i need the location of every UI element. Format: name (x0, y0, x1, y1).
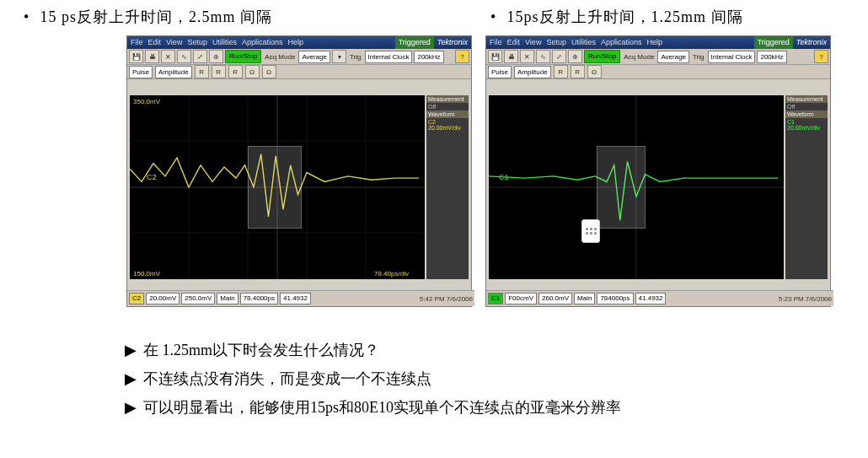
wave-icon[interactable]: ∿ (177, 50, 191, 63)
titlebar: File Edit View Setup Utilities Applicati… (127, 36, 471, 49)
channel-chip[interactable]: C1 (488, 293, 503, 304)
amp-select[interactable]: Amplitude (155, 66, 192, 78)
bullet-icon: • (24, 8, 35, 26)
menu-setup[interactable]: Setup (187, 36, 207, 49)
help-icon[interactable]: ? (814, 50, 828, 63)
meas-header: Measurement (785, 95, 828, 103)
meas-icon[interactable]: Ω (587, 65, 602, 78)
plot-right[interactable]: C1 (489, 95, 784, 279)
scope-left: File Edit View Setup Utilities Applicati… (126, 35, 472, 307)
zoom-icon[interactable]: ⤢ (193, 50, 207, 63)
meas-icon[interactable]: R (554, 65, 568, 78)
plot-left[interactable]: 350.0mV 150.0mV 78.40ps/div C2 (130, 95, 425, 279)
meas-icon[interactable]: Ω (262, 65, 276, 78)
meas-icon[interactable]: R (228, 65, 243, 78)
pulse-select[interactable]: Pulse (488, 66, 512, 78)
cursor-icon[interactable]: ⊕ (568, 50, 582, 63)
toolbar-2: Pulse Amplitude R R R Ω Ω (127, 65, 471, 79)
vdiv[interactable]: 20.00mV (146, 293, 179, 304)
rate-select[interactable]: 200kHz (757, 51, 786, 63)
menu-view[interactable]: View (525, 36, 541, 49)
menu-apps[interactable]: Applications (242, 36, 283, 49)
wave-icon[interactable]: ∿ (536, 50, 550, 63)
pos[interactable]: 784000ps (597, 293, 633, 304)
main-chip[interactable]: Main (217, 293, 238, 304)
scope-pair: File Edit View Setup Utilities Applicati… (126, 35, 834, 307)
save-icon[interactable]: 💾 (129, 50, 143, 63)
channel-chip[interactable]: C2 (129, 293, 144, 304)
trigger-badge: Triggered (754, 36, 793, 49)
pos2[interactable]: 41.4932 (635, 293, 667, 304)
meas-icon[interactable]: R (212, 65, 226, 78)
acq-mode-select[interactable]: Average (298, 51, 330, 63)
print-icon[interactable]: 🖶 (504, 50, 518, 63)
botright: 78.40ps/div (374, 270, 409, 277)
trig-src-select[interactable]: Internal Clock (708, 51, 756, 63)
caption-left: • 15 ps反射上升时间，2.5mm 间隔 (24, 7, 272, 27)
acq-mode-select[interactable]: Average (657, 51, 689, 63)
meas-header: Measurement (426, 95, 469, 103)
vdiv2[interactable]: 250.0mV (181, 293, 215, 304)
pos2[interactable]: 41.4932 (280, 293, 311, 304)
side-panel: Measurement Off Waveform C2 20.00mV/div (426, 95, 469, 279)
toolbar-1: 💾 🖶 ✕ ∿ ⤢ ⊕ Run/Stop Acq Mode Average ▾ … (127, 49, 471, 65)
save-icon[interactable]: 💾 (488, 50, 502, 63)
menu-file[interactable]: File (131, 36, 143, 49)
meas-icon[interactable]: R (571, 65, 585, 78)
drag-handle-icon (581, 219, 600, 243)
main-chip[interactable]: Main (574, 293, 595, 304)
vdiv2[interactable]: 260.0mV (538, 293, 572, 304)
meas-off: Off (785, 103, 828, 110)
menu-edit[interactable]: Edit (507, 36, 521, 49)
chevron-down-icon[interactable]: ▾ (332, 50, 346, 63)
selection-box (248, 146, 302, 229)
amp-select[interactable]: Amplitude (514, 66, 551, 78)
list-item: ▶ 可以明显看出，能够使用15ps和80E10实现单个不连续点的亚毫米分辨率 (125, 393, 824, 422)
triangle-icon: ▶ (125, 393, 143, 422)
status-bar: C2 20.00mV 250.0mV Main 78.4000ps 41.493… (127, 290, 474, 306)
meas-icon[interactable]: Ω (245, 65, 260, 78)
note-text: 在 1.25mm以下时会发生什么情况？ (143, 336, 379, 364)
trig-label: Trig (350, 53, 361, 61)
triangle-icon: ▶ (125, 336, 143, 364)
pos[interactable]: 78.4000ps (240, 293, 278, 304)
run-stop-button[interactable]: Run/Stop (225, 50, 261, 63)
trig-src-select[interactable]: Internal Clock (365, 51, 413, 63)
print-icon[interactable]: 🖶 (145, 50, 159, 63)
caption-left-text: 15 ps反射上升时间，2.5mm 间隔 (40, 8, 273, 25)
list-item: ▶ 不连续点没有消失，而是变成一个不连续点 (125, 364, 824, 393)
bot-val: 150.0mV (133, 270, 161, 277)
titlebar: File Edit View Setup Utilities Applicati… (486, 36, 830, 49)
wf-header: Waveform (785, 110, 828, 118)
menu-file[interactable]: File (490, 36, 502, 49)
acq-label: Acq Mode (265, 53, 295, 61)
bullet-icon: • (490, 8, 502, 26)
rate-select[interactable]: 200kHz (414, 51, 443, 63)
timestamp: 5:42 PM 7/6/2006 (420, 295, 473, 303)
run-stop-button[interactable]: Run/Stop (584, 50, 620, 63)
menu-util[interactable]: Utilities (212, 36, 237, 49)
menu-help[interactable]: Help (287, 36, 303, 49)
caption-right-text: 15ps反射上升时间，1.25mm 间隔 (507, 8, 743, 25)
vdiv[interactable]: F00cmV (505, 293, 537, 304)
menu-util[interactable]: Utilities (571, 36, 596, 49)
meas-icon[interactable]: R (195, 65, 209, 78)
brand: Tektronix (796, 36, 827, 49)
tool-icon[interactable]: ✕ (520, 50, 534, 63)
menu-edit[interactable]: Edit (148, 36, 162, 49)
help-icon[interactable]: ? (455, 50, 469, 63)
tool-icon[interactable]: ✕ (161, 50, 175, 63)
trig-label: Trig (693, 53, 704, 61)
menu-help[interactable]: Help (646, 36, 662, 49)
caption-right: • 15ps反射上升时间，1.25mm 间隔 (490, 7, 743, 27)
menu-setup[interactable]: Setup (546, 36, 566, 49)
menu-view[interactable]: View (166, 36, 182, 49)
note-text: 不连续点没有消失，而是变成一个不连续点 (143, 364, 431, 393)
zoom-icon[interactable]: ⤢ (552, 50, 566, 63)
wf-label: C1 20.00mV/div (785, 118, 828, 132)
menu-apps[interactable]: Applications (601, 36, 642, 49)
notes-list: ▶ 在 1.25mm以下时会发生什么情况？ ▶ 不连续点没有消失，而是变成一个不… (125, 336, 824, 423)
side-panel: Measurement Off Waveform C1 20.00mV/div (785, 95, 828, 279)
cursor-icon[interactable]: ⊕ (209, 50, 223, 63)
pulse-select[interactable]: Pulse (129, 66, 153, 78)
